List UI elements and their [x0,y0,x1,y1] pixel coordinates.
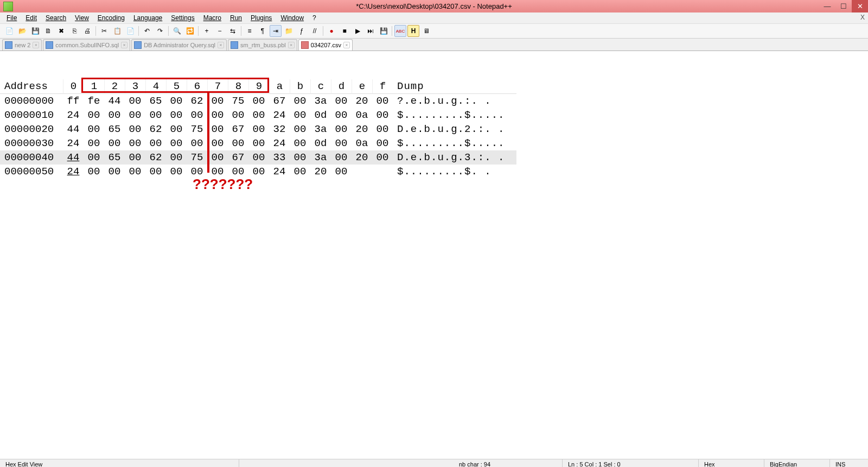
save-button[interactable]: 💾 [29,25,41,37]
print-button[interactable]: 🖨 [81,25,93,37]
hex-byte[interactable]: 00 [372,94,393,108]
hex-byte[interactable]: 3a [310,122,331,136]
menu-macro[interactable]: Macro [199,13,226,23]
menu-encoding[interactable]: Encoding [93,13,129,23]
hex-byte[interactable] [372,165,393,179]
hex-byte[interactable]: 00 [84,108,104,122]
hex-byte[interactable]: 00 [331,94,352,108]
hex-byte[interactable]: 00 [290,136,310,150]
hex-byte[interactable]: 24 [63,165,84,179]
hex-byte[interactable]: 67 [269,94,290,108]
hex-byte[interactable]: 00 [145,136,166,150]
hex-byte[interactable]: 00 [207,136,228,150]
hex-row[interactable]: 000000502400000000000000000024002000$...… [0,165,516,179]
hex-byte[interactable]: 67 [228,150,248,165]
hex-view-button[interactable]: H [407,25,419,37]
hex-byte[interactable]: 00 [290,150,310,165]
macro-play-button[interactable]: ▶ [352,25,363,37]
menu-help[interactable]: ? [308,13,321,23]
tab-common-subulinfo[interactable]: common.SubulINFO.sql × [43,39,130,51]
hex-byte[interactable]: 00 [207,150,228,165]
menu-settings[interactable]: Settings [167,13,199,23]
hex-byte[interactable]: 00 [331,136,352,150]
function-list-button[interactable]: ƒ [296,25,308,37]
monitor-button[interactable]: 🖥 [420,25,432,37]
redo-button[interactable]: ↷ [154,25,166,37]
hex-byte[interactable]: 44 [63,150,84,165]
hex-byte[interactable]: 00 [248,165,269,179]
hex-byte[interactable]: 00 [125,108,145,122]
hex-byte[interactable]: 00 [125,122,145,136]
hex-row[interactable]: 000000204400650062007500670032003a002000… [0,122,516,136]
hex-byte[interactable]: 00 [207,94,228,108]
hex-byte[interactable]: 00 [84,150,104,165]
hex-byte[interactable]: 0d [310,108,331,122]
hex-byte[interactable]: 00 [145,165,166,179]
hex-byte[interactable]: 00 [84,136,104,150]
hex-byte[interactable]: 00 [372,150,393,165]
hex-byte[interactable]: 24 [63,136,84,150]
tab-close-icon[interactable]: × [343,42,350,48]
macro-save-button[interactable]: 💾 [378,25,390,37]
tab-close-icon[interactable]: × [121,42,127,48]
hex-byte[interactable]: 20 [352,94,372,108]
hex-row[interactable]: 00000000fffe440065006200750067003a002000… [0,94,516,108]
hex-byte[interactable]: 62 [145,150,166,165]
hex-byte[interactable]: 00 [248,122,269,136]
tab-sm-rtm-buss[interactable]: sm_rtm_buss.pbl × [228,39,297,51]
hex-byte[interactable]: 00 [166,94,187,108]
find-button[interactable]: 🔍 [171,25,183,37]
hex-byte[interactable] [352,165,372,179]
hex-byte[interactable]: fe [84,94,104,108]
menu-view[interactable]: View [71,13,93,23]
hex-editor-view[interactable]: Address 0 1 2 3 4 5 6 7 8 9 a b c d e f … [0,51,868,459]
menu-run[interactable]: Run [226,13,246,23]
hex-byte[interactable]: 00 [187,136,207,150]
hex-byte[interactable]: 00 [166,150,187,165]
undo-button[interactable]: ↶ [141,25,153,37]
hex-byte[interactable]: 00 [187,165,207,179]
menu-edit[interactable]: Edit [21,13,41,23]
hex-byte[interactable]: 62 [145,122,166,136]
wrap-button[interactable]: ≡ [244,25,256,37]
cut-button[interactable]: ✂ [98,25,110,37]
macro-record-button[interactable]: ● [326,25,337,37]
hex-byte[interactable]: 00 [145,108,166,122]
maximize-button[interactable]: ☐ [835,0,852,12]
hex-byte[interactable]: ff [63,94,84,108]
hex-byte[interactable]: 75 [187,122,207,136]
hex-byte[interactable]: 00 [125,150,145,165]
hex-row[interactable]: 000000302400000000000000000024000d000a00… [0,136,516,150]
close-file-button[interactable]: ✖ [55,25,67,37]
indent-guide-button[interactable]: ⇥ [270,25,282,37]
hex-row[interactable]: 000000102400000000000000000024000d000a00… [0,108,516,122]
hex-byte[interactable]: 00 [248,94,269,108]
hex-byte[interactable]: 00 [228,136,248,150]
hex-byte[interactable]: 00 [104,165,125,179]
hex-byte[interactable]: 00 [166,108,187,122]
hex-byte[interactable]: 33 [269,150,290,165]
hex-byte[interactable]: 00 [228,165,248,179]
hex-byte[interactable]: 00 [331,108,352,122]
open-file-button[interactable]: 📂 [16,25,28,37]
hex-byte[interactable]: 00 [372,136,393,150]
copy-button[interactable]: 📋 [111,25,123,37]
hex-byte[interactable]: 00 [331,150,352,165]
hex-byte[interactable]: 00 [372,108,393,122]
hex-byte[interactable]: 00 [104,108,125,122]
hex-byte[interactable]: 00 [248,108,269,122]
hex-byte[interactable]: 00 [290,94,310,108]
hex-byte[interactable]: 00 [331,165,352,179]
tab-new-2[interactable]: new 2 × [2,39,42,51]
hex-byte[interactable]: 00 [290,122,310,136]
tab-close-icon[interactable]: × [33,42,39,48]
macro-play-multi-button[interactable]: ⏭ [365,25,376,37]
save-all-button[interactable]: 🗎 [42,25,54,37]
hex-byte[interactable]: 24 [269,165,290,179]
menu-plugins[interactable]: Plugins [246,13,276,23]
hex-byte[interactable]: 75 [228,94,248,108]
hex-byte[interactable]: 67 [228,122,248,136]
tab-close-icon[interactable]: × [288,42,295,48]
hex-byte[interactable]: 00 [248,150,269,165]
hex-byte[interactable]: 20 [310,165,331,179]
